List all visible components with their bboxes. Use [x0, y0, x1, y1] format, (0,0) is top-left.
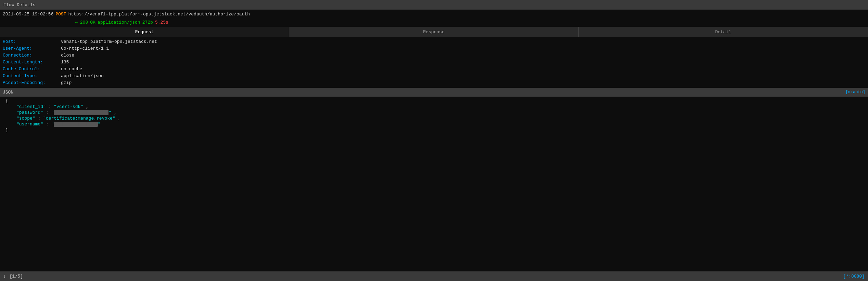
header-key-contentlength: Content-Length:	[3, 60, 61, 65]
response-time: 5.25s	[155, 20, 168, 25]
close-brace: }	[5, 127, 8, 133]
http-method: POST	[55, 12, 66, 17]
tab-response-label: Response	[423, 29, 444, 35]
json-content: { "client_id" : "vcert-sdk" , "password"…	[0, 97, 868, 271]
json-section-header: JSON [m:auto]	[0, 88, 868, 97]
bottom-left: ↓ [1/5]	[3, 274, 23, 279]
header-value-useragent: Go-http-client/1.1	[61, 46, 109, 51]
timestamp: 2021-09-25 19:02:56	[3, 12, 53, 17]
header-row-host: Host: venafi-tpp.platform-ops.jetstack.n…	[0, 38, 868, 45]
title-label: Flow Details	[3, 2, 36, 8]
header-key-useragent: User-Agent:	[3, 46, 61, 51]
status-code: 200	[80, 20, 88, 25]
header-key-cachecontrol: Cache-Control:	[3, 66, 61, 72]
json-key-scope: "scope"	[16, 116, 35, 121]
json-field-username: "username" : "████████████████"	[3, 121, 865, 127]
json-close-bracket: }	[3, 127, 865, 133]
header-row-acceptencoding: Accept-Encoding: gzip	[0, 80, 868, 86]
main-content: Flow Details 2021-09-25 19:02:56 POST ht…	[0, 0, 868, 271]
json-redacted-username: ████████████████	[54, 122, 98, 127]
json-key-username: "username"	[16, 122, 43, 127]
json-value-username-quote2: "	[98, 122, 101, 127]
header-key-connection: Connection:	[3, 53, 61, 58]
json-field-password: "password" : "████████████████████" ,	[3, 110, 865, 115]
json-key-client-id: "client_id"	[16, 104, 46, 109]
header-value-contentlength: 135	[61, 60, 69, 65]
tab-response[interactable]: Response	[289, 27, 578, 37]
tab-detail-label: Detail	[715, 29, 731, 35]
json-colon-4: :	[46, 122, 51, 127]
bottom-bar: ↓ [1/5] [*:8080]	[0, 271, 868, 281]
json-open-bracket: {	[3, 98, 865, 104]
json-colon-2: :	[46, 110, 51, 115]
headers-section: Host: venafi-tpp.platform-ops.jetstack.n…	[0, 37, 868, 88]
tab-request[interactable]: Request	[0, 27, 289, 37]
title-bar: Flow Details	[0, 0, 868, 10]
json-field-scope: "scope" : "certificate:manage,revoke" ,	[3, 115, 865, 121]
request-line: 2021-09-25 19:02:56 POST https://venafi-…	[0, 10, 868, 19]
response-size: 272b	[142, 20, 153, 25]
content-type: application/json	[98, 20, 140, 25]
header-row-contentlength: Content-Length: 135	[0, 59, 868, 66]
json-comma-2: ,	[114, 110, 117, 115]
bottom-right: [*:8080]	[843, 274, 865, 279]
json-value-scope: "certificate:manage,revoke"	[43, 116, 115, 121]
pagination-label: [1/5]	[10, 274, 23, 279]
header-value-connection: close	[61, 53, 74, 58]
tab-detail[interactable]: Detail	[579, 27, 868, 37]
tabs-row: Request Response Detail	[0, 27, 868, 37]
json-redacted-password: ████████████████████	[54, 110, 108, 115]
open-brace: {	[5, 98, 8, 103]
arrow-down-icon: ↓	[3, 274, 6, 279]
header-row-connection: Connection: close	[0, 52, 868, 59]
port-label: [*:8080]	[843, 274, 865, 279]
header-value-host: venafi-tpp.platform-ops.jetstack.net	[61, 39, 157, 45]
request-url: https://venafi-tpp.platform-ops.jetstack…	[68, 12, 250, 17]
json-field-client-id: "client_id" : "vcert-sdk" ,	[3, 104, 865, 110]
arrow-icon: ←	[75, 20, 78, 25]
header-key-contenttype: Content-Type:	[3, 73, 61, 79]
json-comma-1: ,	[86, 104, 89, 109]
json-value-password-quote2: "	[108, 110, 111, 115]
status-text: OK	[90, 20, 95, 25]
header-key-acceptencoding: Accept-Encoding:	[3, 80, 61, 86]
header-value-acceptencoding: gzip	[61, 80, 72, 86]
json-mode-badge: [m:auto]	[845, 90, 865, 95]
json-colon-1: :	[49, 104, 54, 109]
header-row-contenttype: Content-Type: application/json	[0, 73, 868, 80]
response-line: ← 200 OK application/json 272b 5.25s	[0, 19, 868, 27]
header-row-cachecontrol: Cache-Control: no-cache	[0, 66, 868, 73]
json-value-client-id: "vcert-sdk"	[54, 104, 83, 109]
header-key-host: Host:	[3, 39, 61, 45]
json-section-title: JSON	[3, 90, 13, 95]
tab-request-label: Request	[135, 29, 154, 35]
json-key-password: "password"	[16, 110, 43, 115]
json-colon-3: :	[38, 116, 43, 121]
header-value-contenttype: application/json	[61, 73, 104, 79]
json-comma-3: ,	[118, 116, 120, 121]
header-value-cachecontrol: no-cache	[61, 66, 82, 72]
header-row-useragent: User-Agent: Go-http-client/1.1	[0, 45, 868, 52]
